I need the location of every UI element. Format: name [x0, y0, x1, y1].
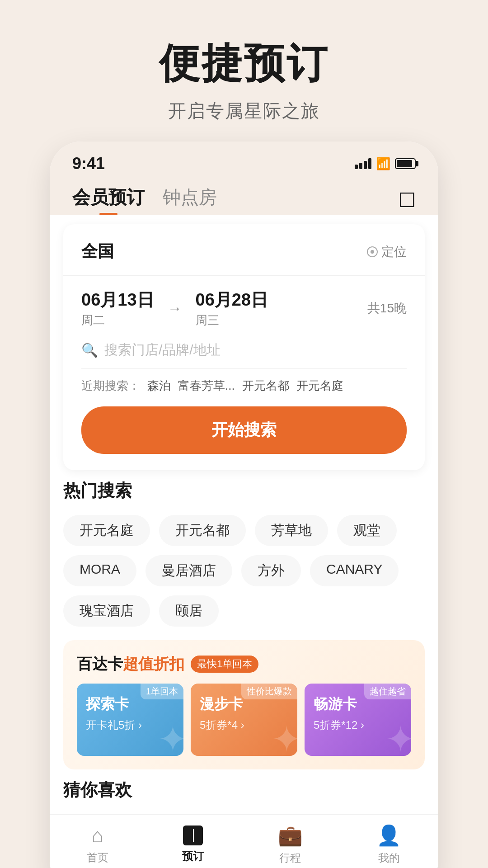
status-bar: 9:41 📶: [50, 142, 438, 178]
nav-booking-label: 预订: [182, 849, 204, 863]
date-row[interactable]: 06月13日 周二 → 06月28日 周三 共15晚: [81, 288, 407, 328]
hot-tag-9[interactable]: 颐居: [159, 595, 219, 627]
recent-tag-2[interactable]: 开元名都: [242, 378, 289, 394]
page-title: 便捷预订: [159, 36, 329, 91]
qr-scan-icon[interactable]: ☐: [398, 189, 416, 212]
search-icon: 🔍: [81, 342, 98, 358]
user-icon: 👤: [376, 824, 401, 847]
divider: [63, 275, 425, 276]
nights-count: 共15晚: [367, 300, 407, 317]
cards-row: 1单回本 探索卡 开卡礼5折 › ✦ 性价比爆款 漫步卡 5折券*4 › ✦ 越…: [77, 684, 411, 756]
phone-mockup: 9:41 📶 会员预订 钟点房 ☐ 全国 定位: [50, 142, 438, 868]
hot-tag-8[interactable]: 瑰宝酒店: [63, 595, 150, 627]
location-dot-icon: [367, 246, 378, 257]
nav-trip[interactable]: 💼 行程: [278, 824, 303, 865]
baidaka-card: 百达卡超值折扣 最快1单回本 1单回本 探索卡 开卡礼5折 › ✦ 性价比爆款 …: [63, 640, 425, 769]
tab-member-booking[interactable]: 会员预订: [72, 185, 145, 215]
hot-search-title: 热门搜索: [63, 479, 425, 502]
wifi-icon: 📶: [376, 157, 390, 171]
recent-searches: 近期搜索： 森泊 富春芳草... 开元名都 开元名庭: [81, 378, 407, 394]
hot-tags-grid: 开元名庭 开元名都 芳草地 观堂 MORA 曼居酒店 方外 CANARY 瑰宝酒…: [63, 515, 425, 627]
home-icon: ⌂: [91, 824, 103, 847]
search-button[interactable]: 开始搜索: [81, 406, 407, 454]
hot-tag-1[interactable]: 开元名都: [159, 515, 246, 546]
book-icon: [183, 826, 203, 845]
travel-card[interactable]: 越住越省 畅游卡 5折券*12 › ✦: [305, 684, 411, 756]
baidaka-header: 百达卡超值折扣 最快1单回本: [77, 654, 411, 675]
walk-card-tag: 性价比爆款: [241, 684, 297, 699]
location-button[interactable]: 定位: [367, 243, 407, 260]
location-btn-label: 定位: [381, 243, 407, 260]
hot-tag-3[interactable]: 观堂: [337, 515, 397, 546]
battery-icon: [395, 158, 416, 169]
page-subtitle: 开启专属星际之旅: [159, 99, 329, 123]
explore-card[interactable]: 1单回本 探索卡 开卡礼5折 › ✦: [77, 684, 183, 756]
hot-tag-6[interactable]: 方外: [241, 555, 301, 586]
explore-card-bg: ✦: [158, 718, 183, 756]
hot-tag-2[interactable]: 芳草地: [255, 515, 328, 546]
location-text[interactable]: 全国: [81, 241, 114, 263]
hot-tag-0[interactable]: 开元名庭: [63, 515, 150, 546]
page-header: 便捷预订 开启专属星际之旅: [159, 0, 329, 142]
date-start-block: 06月13日 周二: [81, 288, 154, 328]
baidaka-badge: 最快1单回本: [191, 656, 258, 673]
search-input-row[interactable]: 🔍 搜索门店/品牌/地址: [81, 341, 407, 369]
date-start: 06月13日: [81, 288, 154, 311]
status-icons: 📶: [355, 157, 416, 171]
nav-profile-label: 我的: [378, 851, 400, 865]
bottom-nav: ⌂ 首页 预订 💼 行程 👤 我的: [50, 814, 438, 868]
date-start-day: 周二: [81, 312, 154, 328]
trip-icon: 💼: [278, 824, 303, 847]
recent-tag-0[interactable]: 森泊: [147, 378, 171, 394]
travel-card-bg: ✦: [385, 718, 411, 756]
guess-title: 猜你喜欢: [63, 778, 425, 802]
date-arrow-icon: →: [168, 300, 182, 317]
guess-section: 猜你喜欢: [50, 778, 438, 802]
hot-tag-4[interactable]: MORA: [63, 555, 136, 586]
date-end-day: 周三: [196, 312, 268, 328]
status-time: 9:41: [72, 154, 105, 173]
hot-search-section: 热门搜索 开元名庭 开元名都 芳草地 观堂 MORA 曼居酒店 方外 CANAR…: [50, 479, 438, 627]
signal-icon: [355, 158, 371, 169]
date-end-block: 06月28日 周三: [196, 288, 268, 328]
search-card: 全国 定位 06月13日 周二 → 06月28日 周三 共15晚 🔍 搜索门店/…: [63, 224, 425, 470]
search-placeholder: 搜索门店/品牌/地址: [104, 341, 221, 359]
hot-tag-5[interactable]: 曼居酒店: [145, 555, 232, 586]
explore-card-tag: 1单回本: [141, 684, 183, 699]
hot-tag-7[interactable]: CANARY: [310, 555, 399, 586]
baidaka-title: 百达卡超值折扣: [77, 654, 184, 675]
tab-hourly-room[interactable]: 钟点房: [163, 185, 217, 215]
top-nav: 会员预订 钟点房 ☐: [50, 178, 438, 215]
recent-tag-3[interactable]: 开元名庭: [296, 378, 343, 394]
date-end: 06月28日: [196, 288, 268, 311]
travel-card-tag: 越住越省: [364, 684, 411, 699]
baidaka-highlight: 超值折扣: [123, 655, 184, 672]
location-row: 全国 定位: [81, 241, 407, 263]
nav-booking[interactable]: 预订: [182, 826, 204, 863]
nav-trip-label: 行程: [279, 851, 301, 865]
recent-label: 近期搜索：: [81, 378, 140, 394]
walk-card[interactable]: 性价比爆款 漫步卡 5折券*4 › ✦: [191, 684, 297, 756]
recent-tag-1[interactable]: 富春芳草...: [178, 378, 235, 394]
nav-profile[interactable]: 👤 我的: [376, 824, 401, 865]
nav-home-label: 首页: [87, 850, 108, 865]
walk-card-bg: ✦: [272, 718, 297, 756]
nav-home[interactable]: ⌂ 首页: [87, 824, 108, 865]
